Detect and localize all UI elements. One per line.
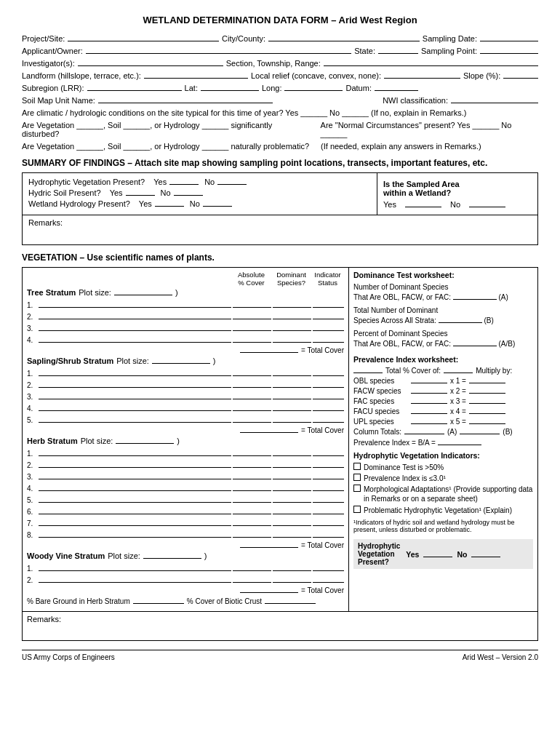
sapling-ind-5[interactable]: [313, 414, 344, 423]
sapling-dom-2[interactable]: [273, 379, 311, 388]
tree-ind-2[interactable]: [313, 311, 344, 319]
herb-dom-3[interactable]: [273, 471, 311, 479]
tree-abs-4[interactable]: [233, 334, 271, 343]
sapling-abs-5[interactable]: [233, 414, 271, 423]
herb-dom-4[interactable]: [273, 482, 311, 491]
herb-abs-6[interactable]: [233, 506, 271, 514]
tree-name-2[interactable]: [39, 311, 231, 319]
hydrophytic-yes-field[interactable]: [169, 184, 199, 185]
num-dom-field[interactable]: [453, 299, 497, 300]
herb-abs-5[interactable]: [233, 494, 271, 503]
herb-ind-7[interactable]: [313, 517, 344, 526]
herb-ind-2[interactable]: [313, 459, 344, 468]
herb-abs-7[interactable]: [233, 517, 271, 526]
woody-name-1[interactable]: [39, 562, 231, 571]
morphological-checkbox[interactable]: [353, 485, 361, 492]
herb-name-6[interactable]: [39, 506, 231, 514]
woody-plot-size-field[interactable]: [143, 558, 201, 559]
herb-name-3[interactable]: [39, 471, 231, 479]
sampling-date-field[interactable]: [480, 41, 538, 41]
woody-dom-2[interactable]: [273, 574, 311, 583]
hydrophytic-no-field[interactable]: [217, 184, 247, 185]
herb-ind-6[interactable]: [313, 506, 344, 514]
herb-abs-8[interactable]: [233, 529, 271, 538]
herb-ind-1[interactable]: [313, 447, 344, 456]
sapling-dom-5[interactable]: [273, 414, 311, 423]
dom-test-checkbox[interactable]: [353, 463, 361, 470]
tree-ind-4[interactable]: [313, 334, 344, 343]
sapling-ind-3[interactable]: [313, 391, 344, 399]
tree-name-3[interactable]: [39, 322, 231, 331]
herb-ind-3[interactable]: [313, 471, 344, 479]
herb-abs-4[interactable]: [233, 482, 271, 491]
prev-index-checkbox[interactable]: [353, 474, 361, 481]
lat-field[interactable]: [201, 90, 259, 91]
herb-plot-size-field[interactable]: [116, 443, 174, 444]
sapling-name-5[interactable]: [39, 414, 231, 423]
city-county-field[interactable]: [268, 41, 420, 41]
facw-result[interactable]: [469, 393, 505, 394]
biotic-crust-field[interactable]: [265, 603, 316, 604]
sapling-name-1[interactable]: [39, 367, 231, 376]
hydrophytic-present-no-field[interactable]: [471, 557, 500, 557]
herb-abs-3[interactable]: [233, 471, 271, 479]
herb-dom-7[interactable]: [273, 517, 311, 526]
herb-name-1[interactable]: [39, 447, 231, 456]
pct-dom-field[interactable]: [453, 346, 497, 346]
woody-ind-1[interactable]: [313, 562, 344, 571]
sapling-name-4[interactable]: [39, 402, 231, 411]
sapling-name-2[interactable]: [39, 379, 231, 388]
herb-dom-5[interactable]: [273, 494, 311, 503]
sapling-dom-3[interactable]: [273, 391, 311, 399]
herb-name-8[interactable]: [39, 529, 231, 538]
upl-val[interactable]: [411, 423, 447, 424]
wetland-yes-field[interactable]: [405, 207, 441, 207]
woody-abs-2[interactable]: [233, 574, 271, 583]
herb-ind-8[interactable]: [313, 529, 344, 538]
sapling-abs-1[interactable]: [233, 367, 271, 376]
applicant-field[interactable]: [86, 53, 351, 54]
obl-result[interactable]: [469, 383, 505, 383]
upl-result[interactable]: [469, 423, 505, 424]
soil-map-field[interactable]: [98, 103, 273, 103]
bare-ground-field[interactable]: [133, 603, 184, 604]
herb-name-5[interactable]: [39, 494, 231, 503]
tree-abs-2[interactable]: [233, 311, 271, 319]
project-site-field[interactable]: [68, 41, 219, 41]
herb-total-line[interactable]: [240, 547, 298, 548]
herb-abs-1[interactable]: [233, 447, 271, 456]
col-totals-a-field[interactable]: [404, 434, 444, 434]
investigators-field[interactable]: [78, 65, 223, 66]
tree-name-1[interactable]: [39, 299, 231, 308]
total-dom-field[interactable]: [439, 322, 482, 323]
herb-name-7[interactable]: [39, 517, 231, 526]
tree-dom-4[interactable]: [273, 334, 311, 343]
sapling-name-3[interactable]: [39, 391, 231, 399]
sapling-ind-2[interactable]: [313, 379, 344, 388]
tree-ind-1[interactable]: [313, 299, 344, 308]
tree-plot-size-field[interactable]: [114, 295, 172, 295]
sapling-ind-4[interactable]: [313, 402, 344, 411]
slope-field[interactable]: [503, 78, 538, 79]
hydrophytic-present-yes-field[interactable]: [423, 557, 452, 557]
sapling-abs-4[interactable]: [233, 402, 271, 411]
herb-ind-5[interactable]: [313, 494, 344, 503]
tree-dom-1[interactable]: [273, 299, 311, 308]
sapling-plot-size-field[interactable]: [152, 363, 210, 364]
tree-dom-2[interactable]: [273, 311, 311, 319]
facu-result[interactable]: [469, 413, 505, 414]
wetland-no-field[interactable]: [469, 207, 505, 207]
tree-abs-3[interactable]: [233, 322, 271, 331]
woody-dom-1[interactable]: [273, 562, 311, 571]
tree-name-4[interactable]: [39, 334, 231, 343]
landform-field[interactable]: [144, 78, 248, 79]
facu-val[interactable]: [411, 413, 447, 414]
prev-index-field[interactable]: [438, 445, 481, 445]
woody-abs-1[interactable]: [233, 562, 271, 571]
tree-dom-3[interactable]: [273, 322, 311, 331]
herb-dom-2[interactable]: [273, 459, 311, 468]
local-relief-field[interactable]: [384, 78, 460, 79]
sapling-dom-4[interactable]: [273, 402, 311, 411]
herb-dom-1[interactable]: [273, 447, 311, 456]
wetland-hydrology-no-field[interactable]: [203, 206, 232, 207]
